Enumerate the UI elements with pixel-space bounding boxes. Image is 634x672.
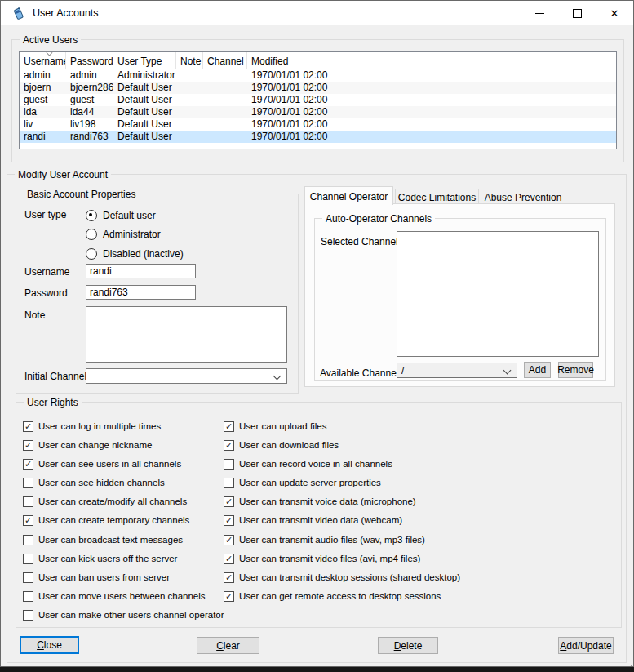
- radio-icon[interactable]: [86, 229, 97, 240]
- close-window-button[interactable]: ✕: [596, 1, 633, 25]
- checkbox-label: User can change nickname: [38, 440, 152, 450]
- user-right-left-3[interactable]: User can see hidden channels: [23, 474, 224, 493]
- radio-disabled-inactive[interactable]: Disabled (inactive): [86, 244, 184, 264]
- user-right-left-6[interactable]: User can broadcast text messages: [23, 532, 224, 550]
- column-header-channel[interactable]: Channel: [203, 52, 247, 69]
- checkbox-unchecked-icon[interactable]: [23, 610, 33, 621]
- column-header-password[interactable]: Password: [66, 52, 113, 69]
- minimize-button[interactable]: [521, 1, 558, 25]
- checkbox-checked-icon[interactable]: ✓: [224, 421, 234, 432]
- checkbox-checked-icon[interactable]: ✓: [224, 496, 234, 507]
- user-right-left-2[interactable]: ✓User can see users in all channels: [23, 456, 224, 474]
- radio-administrator[interactable]: Administrator: [86, 225, 184, 245]
- cell-note: [176, 106, 203, 118]
- checkbox-checked-icon[interactable]: ✓: [23, 515, 33, 526]
- cell-modified: 1970/01/01 02:00: [247, 94, 616, 106]
- radio-default-user[interactable]: Default user: [86, 206, 184, 225]
- checkbox-checked-icon[interactable]: ✓: [224, 554, 234, 564]
- column-header-user-type[interactable]: User Type: [113, 52, 176, 69]
- add-update-button[interactable]: Add/Update: [558, 637, 614, 654]
- table-row-randi[interactable]: randirandi763Default User1970/01/01 02:0…: [20, 131, 616, 143]
- resize-grip[interactable]: [627, 661, 629, 663]
- checkbox-label: User can update server properties: [239, 478, 381, 487]
- table-row-guest[interactable]: guestguestDefault User1970/01/01 02:00: [20, 94, 616, 106]
- checkbox-checked-icon[interactable]: ✓: [23, 459, 33, 470]
- table-row-bjoern[interactable]: bjoernbjoern286Default User1970/01/01 02…: [20, 82, 616, 94]
- cell-password: guest: [66, 94, 113, 106]
- user-right-left-5[interactable]: ✓User can create temporary channels: [23, 512, 224, 531]
- user-right-left-1[interactable]: ✓User can change nickname: [23, 437, 224, 456]
- checkbox-unchecked-icon[interactable]: [23, 591, 33, 602]
- cell-channel: [203, 82, 247, 94]
- user-right-left-7[interactable]: User can kick users off the server: [23, 550, 224, 569]
- checkbox-unchecked-icon[interactable]: [23, 478, 33, 488]
- cell-user_type: Default User: [113, 118, 176, 131]
- user-right-right-4[interactable]: ✓User can transmit voice data (microphon…: [224, 493, 460, 512]
- password-field[interactable]: [86, 285, 196, 300]
- window-title: User Accounts: [33, 7, 99, 19]
- tab-codec-limitations[interactable]: Codec Limitations: [395, 189, 479, 204]
- maximize-button[interactable]: [558, 1, 596, 25]
- checkbox-checked-icon[interactable]: ✓: [224, 591, 234, 602]
- user-right-right-5[interactable]: ✓User can transmit video data (webcam): [224, 512, 460, 531]
- radio-icon[interactable]: [86, 248, 97, 260]
- user-right-left-8[interactable]: User can ban users from server: [23, 569, 224, 588]
- modify-group-label: Modify User Account: [15, 169, 111, 180]
- tab-abuse-prevention[interactable]: Abuse Prevention: [481, 189, 565, 204]
- username-field[interactable]: [86, 264, 196, 278]
- column-header-note[interactable]: Note: [176, 52, 203, 69]
- add-channel-button[interactable]: Add: [524, 362, 551, 378]
- checkbox-checked-icon[interactable]: ✓: [224, 515, 234, 526]
- user-right-left-10[interactable]: User can make other users channel operat…: [23, 607, 224, 625]
- checkbox-unchecked-icon[interactable]: [23, 554, 33, 564]
- user-right-right-0[interactable]: ✓User can upload files: [224, 418, 460, 437]
- user-right-left-0[interactable]: ✓User can log in multiple times: [23, 418, 224, 437]
- table-row-liv[interactable]: livliv198Default User1970/01/01 02:00: [20, 118, 616, 131]
- user-right-right-2[interactable]: User can record voice in all channels: [224, 456, 460, 474]
- user-right-left-4[interactable]: User can create/modify all channels: [23, 493, 224, 512]
- user-rights-group-label: User Rights: [24, 397, 82, 408]
- checkbox-checked-icon[interactable]: ✓: [23, 421, 33, 432]
- cell-user_type: Default User: [113, 82, 176, 94]
- users-table[interactable]: UsernamePasswordUser TypeNoteChannelModi…: [19, 51, 617, 149]
- checkbox-unchecked-icon[interactable]: [23, 496, 33, 507]
- checkbox-label: User can transmit voice data (microphone…: [239, 496, 416, 506]
- checkbox-unchecked-icon[interactable]: [23, 535, 33, 545]
- cell-user_type: Default User: [113, 94, 176, 106]
- initial-channel-combobox[interactable]: [86, 368, 287, 384]
- user-right-right-3[interactable]: User can update server properties: [224, 474, 460, 493]
- checkbox-label: User can transmit video files (avi, mp4 …: [239, 554, 420, 563]
- clear-button[interactable]: Clear: [197, 637, 259, 654]
- tab-channel-operator[interactable]: Channel Operator: [304, 186, 393, 205]
- user-right-left-9[interactable]: User can move users between channels: [23, 588, 224, 607]
- selected-channels-listbox[interactable]: [397, 231, 599, 357]
- note-field[interactable]: [86, 306, 287, 363]
- close-button[interactable]: Close: [20, 636, 79, 654]
- column-header-username[interactable]: Username: [20, 52, 66, 69]
- table-row-admin[interactable]: adminadminAdministrator1970/01/01 02:00: [20, 69, 616, 82]
- column-header-modified[interactable]: Modified: [247, 52, 616, 69]
- checkbox-checked-icon[interactable]: ✓: [224, 440, 234, 451]
- user-right-right-7[interactable]: ✓User can transmit video files (avi, mp4…: [224, 550, 460, 569]
- user-right-right-1[interactable]: ✓User can download files: [224, 437, 460, 456]
- user-right-right-6[interactable]: ✓User can transmit audio files (wav, mp3…: [224, 532, 460, 550]
- delete-button[interactable]: Delete: [378, 637, 438, 654]
- remove-channel-button[interactable]: Remove: [558, 362, 593, 378]
- checkbox-unchecked-icon[interactable]: [23, 572, 33, 583]
- user-right-right-8[interactable]: ✓User can transmit desktop sessions (sha…: [224, 569, 460, 588]
- checkbox-label: User can record voice in all channels: [239, 459, 392, 469]
- checkbox-label: User can upload files: [239, 421, 326, 431]
- radio-icon[interactable]: [86, 210, 97, 221]
- user-rights-right-column: ✓User can upload files✓User can download…: [224, 418, 460, 607]
- user-type-label: User type: [24, 209, 66, 220]
- user-right-right-9[interactable]: ✓User can get remote access to desktop s…: [224, 588, 460, 607]
- checkbox-unchecked-icon[interactable]: [224, 459, 234, 470]
- auto-operator-group-label: Auto-Operator Channels: [322, 213, 435, 225]
- available-channels-combobox[interactable]: /: [397, 363, 517, 378]
- checkbox-label: User can transmit video data (webcam): [239, 515, 402, 525]
- checkbox-unchecked-icon[interactable]: [224, 478, 234, 488]
- checkbox-checked-icon[interactable]: ✓: [224, 535, 234, 545]
- checkbox-checked-icon[interactable]: ✓: [23, 440, 33, 451]
- checkbox-checked-icon[interactable]: ✓: [224, 572, 234, 583]
- table-row-ida[interactable]: idaida44Default User1970/01/01 02:00: [20, 106, 616, 118]
